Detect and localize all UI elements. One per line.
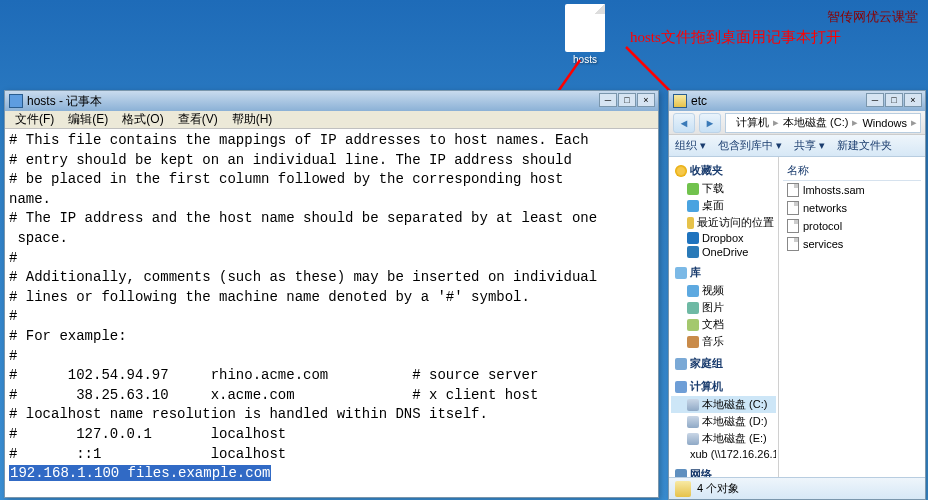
- tree-item-label: 音乐: [702, 334, 724, 349]
- tree-item[interactable]: 下载: [671, 180, 776, 197]
- menu-format[interactable]: 格式(O): [116, 109, 169, 130]
- file-icon: [787, 219, 799, 233]
- editor-line: # This file contains the mappings of IP …: [9, 131, 654, 151]
- editor-selection: 192.168.1.100 files.example.com: [9, 465, 271, 481]
- tree-item-label: OneDrive: [702, 246, 748, 258]
- tree-group[interactable]: 计算机: [671, 377, 776, 396]
- nav-forward-button[interactable]: ►: [699, 113, 721, 133]
- editor-line: # localhost name resolution is handled w…: [9, 405, 654, 425]
- tree-item-icon: [687, 246, 699, 258]
- tree-group[interactable]: 网络: [671, 465, 776, 477]
- breadcrumb-item[interactable]: 本地磁盘 (C:): [783, 115, 848, 130]
- file-item[interactable]: lmhosts.sam: [783, 181, 921, 199]
- tree-group[interactable]: 收藏夹: [671, 161, 776, 180]
- file-item[interactable]: protocol: [783, 217, 921, 235]
- minimize-button[interactable]: ─: [599, 93, 617, 107]
- group-icon: [675, 358, 687, 370]
- watermark-text: 智传网优云课堂: [827, 8, 918, 26]
- file-icon: [787, 237, 799, 251]
- maximize-button[interactable]: □: [885, 93, 903, 107]
- tree-item-label: 最近访问的位置: [697, 215, 774, 230]
- explorer-statusbar: 4 个对象: [669, 477, 925, 499]
- tree-item-icon: [687, 399, 699, 411]
- explorer-toolbar: 组织 ▾ 包含到库中 ▾ 共享 ▾ 新建文件夹: [669, 135, 925, 157]
- file-list: 名称 lmhosts.samnetworksprotocolservices: [779, 157, 925, 477]
- editor-line: space.: [9, 229, 654, 249]
- organize-menu[interactable]: 组织 ▾: [675, 138, 706, 153]
- editor-line: # The IP address and the host name shoul…: [9, 209, 654, 229]
- tree-item[interactable]: Dropbox: [671, 231, 776, 245]
- menu-view[interactable]: 查看(V): [172, 109, 224, 130]
- tree-group[interactable]: 库: [671, 263, 776, 282]
- tree-item-icon: [687, 217, 694, 229]
- tree-item[interactable]: OneDrive: [671, 245, 776, 259]
- column-header-name[interactable]: 名称: [783, 161, 921, 181]
- notepad-editor[interactable]: # This file contains the mappings of IP …: [5, 129, 658, 497]
- newfolder-button[interactable]: 新建文件夹: [837, 138, 892, 153]
- tree-item[interactable]: 文档: [671, 316, 776, 333]
- close-button[interactable]: ×: [904, 93, 922, 107]
- annotation-drag-hosts: hosts文件拖到桌面用记事本打开: [630, 28, 841, 47]
- notepad-titlebar[interactable]: hosts - 记事本 ─ □ ×: [5, 91, 658, 111]
- tree-item-icon: [687, 200, 699, 212]
- tree-item[interactable]: 视频: [671, 282, 776, 299]
- tree-item[interactable]: 最近访问的位置: [671, 214, 776, 231]
- breadcrumb-item[interactable]: 计算机: [736, 115, 769, 130]
- tree-item[interactable]: 图片: [671, 299, 776, 316]
- editor-line: # ::1 localhost: [9, 445, 654, 465]
- tree-item-label: Dropbox: [702, 232, 744, 244]
- tree-group[interactable]: 家庭组: [671, 354, 776, 373]
- breadcrumb[interactable]: 计算机▸本地磁盘 (C:)▸Windows▸System32▸dr: [725, 113, 921, 133]
- editor-line: name.: [9, 190, 654, 210]
- tree-item-label: 视频: [702, 283, 724, 298]
- file-item[interactable]: networks: [783, 199, 921, 217]
- folder-icon: [675, 481, 691, 497]
- editor-line: # Additionally, comments (such as these)…: [9, 268, 654, 288]
- editor-line: #: [9, 347, 654, 367]
- include-menu[interactable]: 包含到库中 ▾: [718, 138, 782, 153]
- editor-line: # lines or following the machine name de…: [9, 288, 654, 308]
- notepad-window: hosts - 记事本 ─ □ × 文件(F) 编辑(E) 格式(O) 查看(V…: [4, 90, 659, 498]
- explorer-navbar: ◄ ► 计算机▸本地磁盘 (C:)▸Windows▸System32▸dr: [669, 111, 925, 135]
- editor-line: #: [9, 307, 654, 327]
- editor-line: #: [9, 249, 654, 269]
- explorer-title: etc: [691, 94, 707, 108]
- tree-item-icon: [687, 183, 699, 195]
- share-menu[interactable]: 共享 ▾: [794, 138, 825, 153]
- tree-item-label: 本地磁盘 (D:): [702, 414, 767, 429]
- file-item[interactable]: services: [783, 235, 921, 253]
- editor-line: # entry should be kept on an individual …: [9, 151, 654, 171]
- menu-file[interactable]: 文件(F): [9, 109, 60, 130]
- tree-item[interactable]: 音乐: [671, 333, 776, 350]
- tree-item-label: 文档: [702, 317, 724, 332]
- desktop-file-icon[interactable]: hosts: [560, 4, 610, 65]
- group-icon: [675, 165, 687, 177]
- file-icon-label: hosts: [560, 54, 610, 65]
- nav-back-button[interactable]: ◄: [673, 113, 695, 133]
- folder-icon: [673, 94, 687, 108]
- tree-item-label: 本地磁盘 (E:): [702, 431, 767, 446]
- file-name: lmhosts.sam: [803, 184, 865, 196]
- tree-item-icon: [687, 302, 699, 314]
- minimize-button[interactable]: ─: [866, 93, 884, 107]
- editor-line: # 127.0.0.1 localhost: [9, 425, 654, 445]
- tree-item[interactable]: 桌面: [671, 197, 776, 214]
- tree-item-label: 本地磁盘 (C:): [702, 397, 767, 412]
- close-button[interactable]: ×: [637, 93, 655, 107]
- maximize-button[interactable]: □: [618, 93, 636, 107]
- menu-help[interactable]: 帮助(H): [226, 109, 279, 130]
- tree-item-label: 图片: [702, 300, 724, 315]
- group-icon: [675, 381, 687, 393]
- editor-line: # 38.25.63.10 x.acme.com # x client host: [9, 386, 654, 406]
- tree-item[interactable]: 本地磁盘 (D:): [671, 413, 776, 430]
- tree-item[interactable]: 本地磁盘 (C:): [671, 396, 776, 413]
- explorer-titlebar[interactable]: etc ─ □ ×: [669, 91, 925, 111]
- tree-item[interactable]: xub (\\172.16.26.1: [671, 447, 776, 461]
- breadcrumb-item[interactable]: Windows: [862, 117, 907, 129]
- notepad-icon: [9, 94, 23, 108]
- file-icon: [787, 201, 799, 215]
- tree-item-label: 桌面: [702, 198, 724, 213]
- tree-item[interactable]: 本地磁盘 (E:): [671, 430, 776, 447]
- editor-line: # 102.54.94.97 rhino.acme.com # source s…: [9, 366, 654, 386]
- menu-edit[interactable]: 编辑(E): [62, 109, 114, 130]
